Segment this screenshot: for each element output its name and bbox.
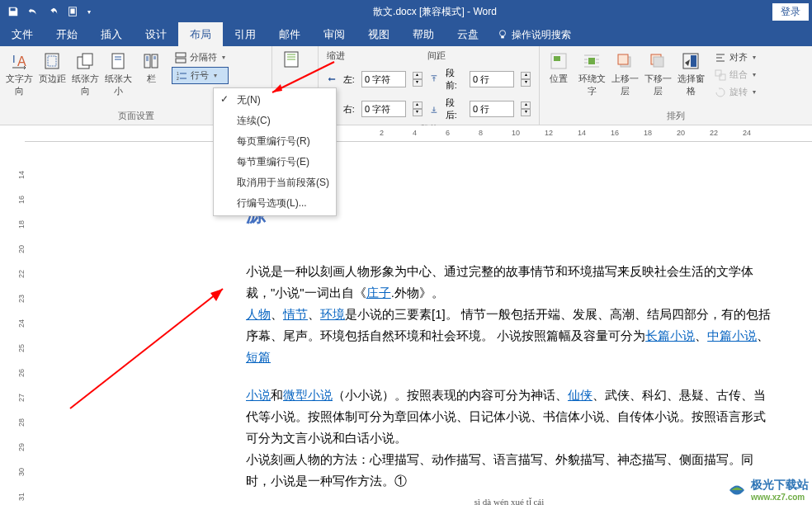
svg-rect-13: [176, 53, 186, 57]
spin-down[interactable]: ▾: [413, 79, 423, 87]
link-xiaoshuo[interactable]: 小说: [246, 388, 271, 402]
save-icon[interactable]: [7, 5, 20, 18]
spin-up[interactable]: ▴: [521, 72, 531, 79]
position-button[interactable]: 位置: [543, 50, 574, 87]
login-button[interactable]: 登录: [772, 3, 809, 21]
link-qingjie[interactable]: 情节: [283, 307, 308, 321]
svg-point-2: [500, 31, 506, 36]
undo-icon[interactable]: [26, 5, 40, 18]
link-huanjing[interactable]: 环境: [320, 307, 345, 321]
link-zhongpian[interactable]: 中篇小说: [707, 328, 757, 342]
pinyin-text: sì dà wén xué tǐ cái: [246, 497, 772, 505]
ribbon: IA 文字方向 页边距 纸张方向 纸张大小 栏: [0, 46, 812, 125]
tab-help[interactable]: 帮助: [401, 22, 446, 47]
tab-design[interactable]: 设计: [134, 22, 178, 47]
spin-up[interactable]: ▴: [413, 101, 423, 109]
indent-right-input[interactable]: [361, 101, 406, 117]
dropdown-item-restart-section[interactable]: 每节重编行号(E): [214, 152, 336, 172]
tab-layout[interactable]: 布局: [178, 22, 223, 47]
breaks-icon: [175, 52, 186, 64]
manuscript-icon: [281, 50, 301, 69]
window-title: 散文.docx [兼容模式] - Word: [97, 5, 772, 19]
spacing-before-input[interactable]: [470, 71, 514, 87]
spin-down[interactable]: ▾: [521, 109, 531, 116]
spin-down[interactable]: ▾: [521, 79, 531, 87]
svg-rect-11: [144, 54, 150, 68]
tab-insert[interactable]: 插入: [89, 22, 134, 47]
qat-dropdown-icon[interactable]: ▾: [87, 8, 91, 16]
tab-review[interactable]: 审阅: [312, 22, 356, 47]
backward-icon: [648, 51, 668, 71]
touch-mode-icon[interactable]: [66, 5, 79, 18]
group-button: 组合▾: [711, 67, 759, 83]
spacing-after-icon: [429, 103, 439, 115]
vertical-ruler[interactable]: 14 16 18 20 22 23 24 25 26 27 28 29 30 3…: [0, 142, 25, 505]
svg-rect-14: [176, 59, 186, 63]
dropdown-item-options[interactable]: 行编号选项(L)...: [214, 193, 336, 214]
orientation-button[interactable]: 纸张方向: [69, 50, 101, 99]
line-numbers-dropdown: ✓无(N) 连续(C) 每页重编行号(R) 每节重编行号(E) 取消用于当前段落…: [213, 87, 337, 216]
svg-text:I: I: [12, 53, 16, 65]
tab-mailings[interactable]: 邮件: [267, 22, 312, 47]
manuscript-button[interactable]: [276, 48, 307, 73]
tab-view[interactable]: 视图: [356, 22, 401, 47]
dropdown-item-none[interactable]: ✓无(N): [214, 90, 336, 111]
document-area[interactable]: 源 小说是一种以刻画人物形象为中心、通过完整的故事情节和环境描写来反映社会生活的…: [25, 142, 812, 505]
horizontal-ruler[interactable]: 2 4 6 8 10 12 14 16 18 20 22 24: [25, 125, 812, 142]
line-numbers-button[interactable]: 12 行号▾: [172, 67, 229, 84]
spin-up[interactable]: ▴: [413, 72, 423, 79]
svg-rect-9: [83, 54, 92, 65]
forward-button[interactable]: 上移一层: [609, 50, 640, 99]
link-renwu[interactable]: 人物: [246, 307, 271, 321]
indent-left-input[interactable]: [361, 71, 406, 87]
selection-pane-icon: [681, 51, 701, 71]
margins-button[interactable]: 页边距: [36, 50, 68, 87]
tell-me-search[interactable]: 操作说明搜索: [497, 28, 571, 42]
group-paragraph: 缩进 间距 左: ▴▾ 段前: ▴▾ 右: ▴▾ 段后:: [319, 46, 540, 125]
breaks-button[interactable]: 分隔符▾: [172, 50, 229, 65]
right-label: 右:: [343, 103, 355, 116]
dropdown-item-continuous[interactable]: 连续(C): [214, 111, 336, 131]
backward-button[interactable]: 下移一层: [642, 50, 673, 99]
text-direction-button[interactable]: IA 文字方向: [3, 50, 35, 99]
dropdown-item-restart-page[interactable]: 每页重编行号(R): [214, 131, 336, 152]
orientation-icon: [75, 51, 95, 71]
titlebar: ▾ 散文.docx [兼容模式] - Word 登录: [0, 0, 812, 23]
svg-rect-28: [720, 74, 725, 80]
tab-cloud[interactable]: 云盘: [446, 22, 490, 47]
position-icon: [549, 51, 569, 71]
tab-home[interactable]: 开始: [45, 22, 89, 47]
rotate-button: 旋转▾: [711, 84, 759, 100]
columns-button[interactable]: 栏: [135, 50, 167, 87]
watermark: 极光下载站 www.xz7.com: [726, 478, 809, 502]
spin-up[interactable]: ▴: [521, 101, 531, 109]
link-duanpian[interactable]: 短篇: [246, 350, 271, 364]
svg-text:A: A: [17, 54, 26, 68]
size-icon: [108, 51, 128, 71]
link-zhuangzi[interactable]: 庄子: [366, 286, 391, 300]
selection-pane-button[interactable]: 选择窗格: [675, 50, 706, 99]
tab-references[interactable]: 引用: [223, 22, 267, 47]
size-button[interactable]: 纸张大小: [102, 50, 134, 99]
spin-down[interactable]: ▾: [413, 109, 423, 116]
align-icon: [715, 52, 726, 64]
link-weixing[interactable]: 微型小说: [283, 388, 333, 402]
spacing-after-input[interactable]: [470, 101, 514, 117]
left-label: 左:: [343, 73, 355, 86]
align-button[interactable]: 对齐▾: [711, 50, 759, 65]
dropdown-item-suppress[interactable]: 取消用于当前段落(S): [214, 172, 336, 193]
tab-file[interactable]: 文件: [0, 22, 45, 47]
redo-icon[interactable]: [46, 5, 59, 18]
link-changpian[interactable]: 长篇小说: [645, 328, 695, 342]
paragraph-2b: 短篇: [246, 347, 772, 368]
svg-rect-24: [654, 57, 663, 67]
svg-rect-19: [554, 56, 560, 61]
group-arrange: 位置 环绕文字 上移一层 下移一层 选择窗格 对齐▾: [540, 46, 812, 125]
after-label: 段后:: [446, 97, 463, 121]
paragraph-2: 人物、情节、环境是小说的三要素[1]。 情节一般包括开端、发展、高潮、结局四部分…: [246, 304, 772, 347]
wrap-button[interactable]: 环绕文字: [576, 50, 607, 99]
svg-rect-22: [618, 54, 628, 64]
svg-rect-20: [588, 58, 595, 64]
link-xianxia[interactable]: 仙侠: [568, 388, 592, 402]
svg-rect-27: [715, 70, 721, 76]
